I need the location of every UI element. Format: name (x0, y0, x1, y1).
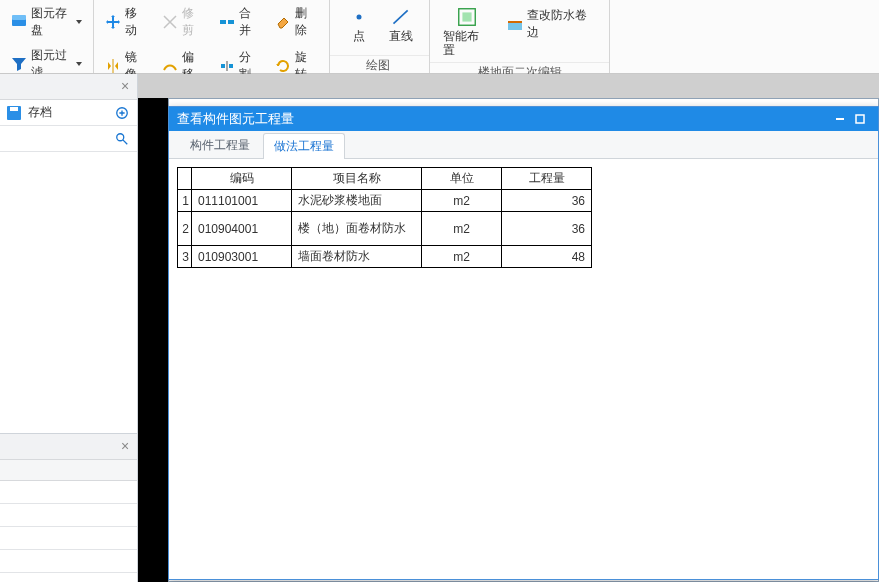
svg-rect-2 (220, 20, 226, 24)
cell-code: 010904001 (192, 212, 292, 246)
funnel-icon (11, 56, 27, 72)
svg-rect-1 (12, 15, 26, 20)
cell-name: 水泥砂浆楼地面 (292, 190, 422, 212)
cell-code: 011101001 (192, 190, 292, 212)
cell-code: 010903001 (192, 246, 292, 268)
offset-icon (162, 58, 178, 74)
group-label: 绘图 (366, 58, 390, 72)
svg-point-7 (356, 15, 361, 20)
btn-label: 修剪 (182, 5, 205, 39)
btn-label: 点 (353, 29, 365, 43)
svg-rect-18 (856, 115, 864, 123)
ribbon-group-floor: 智能布置 查改防水卷边 楼地面二次编辑 (430, 0, 610, 73)
col-name: 项目名称 (292, 168, 422, 190)
empty-grid (0, 460, 137, 582)
chevron-down-icon (76, 62, 82, 66)
row-index: 1 (178, 190, 192, 212)
eraser-icon (275, 14, 291, 30)
cell-unit: m2 (422, 246, 502, 268)
panel-header: × (0, 434, 137, 460)
btn-label: 合并 (239, 5, 262, 39)
svg-line-16 (123, 139, 127, 143)
point-icon (347, 5, 371, 29)
mirror-icon (105, 58, 121, 74)
panel-action-icon[interactable] (113, 104, 131, 122)
cell-qty: 48 (502, 246, 592, 268)
window-title: 查看构件图元工程量 (177, 110, 294, 128)
col-unit: 单位 (422, 168, 502, 190)
btn-point[interactable]: 点 (340, 2, 378, 46)
btn-trim: 修剪 (157, 2, 210, 42)
table-header-row: 编码 项目名称 单位 工程量 (178, 168, 592, 190)
svg-point-15 (117, 133, 124, 140)
split-icon (219, 58, 235, 74)
cell-name: 楼（地）面卷材防水 (292, 212, 422, 246)
search-icon[interactable] (113, 130, 131, 148)
move-icon (105, 14, 121, 30)
magic-icon (455, 5, 479, 29)
btn-label: 直线 (389, 29, 413, 43)
table-row[interactable]: 1 011101001 水泥砂浆楼地面 m2 36 (178, 190, 592, 212)
btn-label: 移动 (125, 5, 148, 39)
btn-merge[interactable]: 合并 (214, 2, 267, 42)
dark-strip (138, 98, 168, 582)
window-tabs: 构件工程量 做法工程量 (169, 131, 878, 159)
cell-qty: 36 (502, 190, 592, 212)
btn-label: 图元存盘 (31, 5, 70, 39)
window-titlebar[interactable]: 查看构件图元工程量 (169, 107, 878, 131)
tab-component-qty[interactable]: 构件工程量 (179, 132, 261, 158)
svg-rect-10 (508, 23, 522, 30)
disk-icon (6, 105, 22, 121)
table-row[interactable]: 2 010904001 楼（地）面卷材防水 m2 36 (178, 212, 592, 246)
btn-label: 智能布置 (443, 29, 491, 57)
btn-label: 删除 (295, 5, 318, 39)
tab-method-qty[interactable]: 做法工程量 (263, 133, 345, 159)
scissors-icon (162, 14, 178, 30)
panel-searchbar (0, 126, 137, 152)
disk-stack-icon (11, 14, 27, 30)
svg-line-8 (393, 10, 407, 23)
chevron-down-icon (76, 20, 82, 24)
water-icon (507, 16, 523, 32)
panel-toolbar: 存档 (0, 100, 137, 126)
cell-unit: m2 (422, 190, 502, 212)
line-icon (389, 5, 413, 29)
col-qty: 工程量 (502, 168, 592, 190)
row-index: 3 (178, 246, 192, 268)
panel-bottom: × (0, 434, 137, 582)
table-row[interactable]: 3 010903001 墙面卷材防水 m2 48 (178, 246, 592, 268)
btn-smart-layout[interactable]: 智能布置 (436, 2, 498, 60)
panel-header: × (0, 74, 137, 100)
minimize-icon[interactable] (830, 110, 850, 128)
row-index: 2 (178, 212, 192, 246)
merge-icon (219, 14, 235, 30)
ribbon: 图元存盘 图元过滤 移动 (0, 0, 879, 74)
cell-name: 墙面卷材防水 (292, 246, 422, 268)
svg-rect-13 (10, 107, 18, 111)
col-code: 编码 (192, 168, 292, 190)
panel-close-icon[interactable]: × (117, 438, 133, 454)
archive-label: 存档 (28, 104, 52, 121)
cell-qty: 36 (502, 212, 592, 246)
btn-delete[interactable]: 删除 (270, 2, 323, 42)
btn-move[interactable]: 移动 (100, 2, 153, 42)
cell-unit: m2 (422, 212, 502, 246)
window-body: 编码 项目名称 单位 工程量 1 011101001 水泥砂浆楼地面 m2 36… (169, 159, 878, 579)
svg-rect-11 (508, 21, 522, 23)
panel-close-icon[interactable]: × (117, 78, 133, 94)
quantity-table: 编码 项目名称 单位 工程量 1 011101001 水泥砂浆楼地面 m2 36… (177, 167, 592, 268)
btn-graph-save[interactable]: 图元存盘 (6, 2, 87, 42)
svg-rect-3 (228, 20, 234, 24)
quantity-window: 查看构件图元工程量 构件工程量 做法工程量 编码 项目名称 单位 工程量 1 0… (168, 106, 879, 580)
panel-top: × 存档 (0, 74, 137, 434)
ribbon-group-draw: 点 直线 绘图 (330, 0, 430, 73)
ribbon-group-modify: 移动 修剪 合并 删除 (94, 0, 330, 73)
rotate-icon (275, 58, 291, 74)
svg-rect-4 (221, 64, 225, 68)
btn-line[interactable]: 直线 (382, 2, 420, 46)
maximize-icon[interactable] (850, 110, 870, 128)
left-column: × 存档 × (0, 74, 138, 582)
ribbon-group-file: 图元存盘 图元过滤 (0, 0, 94, 73)
svg-rect-5 (229, 64, 233, 68)
btn-check-waterproof[interactable]: 查改防水卷边 (502, 4, 603, 44)
